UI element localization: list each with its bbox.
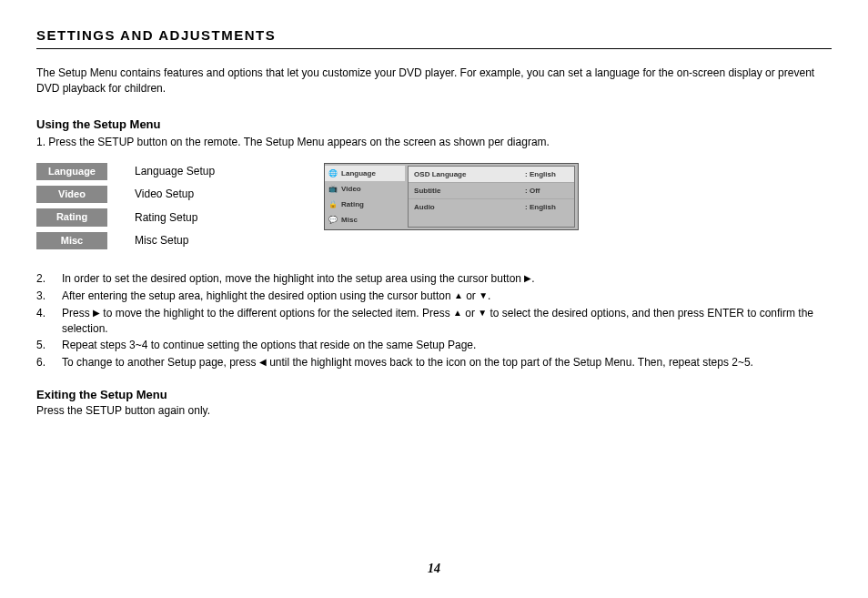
- step-number: 2.: [36, 271, 62, 287]
- step-6: 6. To change to another Setup page, pres…: [36, 355, 832, 370]
- exit-subheading: Exiting the Setup Menu: [36, 387, 832, 403]
- setup-menu-diagram: 🌐 Language 📺 Video 🔒 Rating 💬 Misc OSD L…: [324, 163, 579, 231]
- step-number: 3.: [36, 289, 62, 304]
- step-5: 5. Repeat steps 3~4 to continue setting …: [36, 338, 832, 353]
- step-4: 4. Press ▶ to move the highlight to the …: [36, 306, 832, 337]
- exit-text: Press the SETUP button again only.: [36, 403, 832, 419]
- step-number: 5.: [36, 338, 62, 353]
- diagram-option-row: Audio : English: [409, 199, 574, 215]
- pill-language: Language: [36, 163, 107, 180]
- diagram-row-label: Language: [341, 168, 376, 178]
- pill-desc: Video Setup: [135, 187, 194, 202]
- down-triangle-icon: ▼: [479, 290, 488, 300]
- page-number: 14: [0, 560, 868, 578]
- pill-misc: Misc: [36, 232, 107, 249]
- down-triangle-icon: ▼: [478, 308, 487, 318]
- option-key: Subtitle: [414, 186, 440, 196]
- steps-list: 2. In order to set the desired option, m…: [36, 271, 832, 370]
- intro-text: The Setup Menu contains features and opt…: [36, 66, 832, 96]
- using-subheading: Using the Setup Menu: [36, 117, 832, 133]
- globe-icon: 🌐: [328, 168, 338, 177]
- option-key: Audio: [414, 202, 435, 212]
- tv-icon: 📺: [328, 184, 338, 193]
- step-text: To change to another Setup page, press ◀…: [62, 355, 832, 370]
- diagram-row-label: Rating: [341, 199, 364, 209]
- diagram-option-row: Subtitle : Off: [409, 183, 574, 199]
- step-text: After entering the setup area, highlight…: [62, 289, 832, 304]
- diagram-row-rating: 🔒 Rating: [325, 197, 405, 212]
- step-3: 3. After entering the setup area, highli…: [36, 289, 832, 304]
- pill-rating: Rating: [36, 208, 107, 226]
- diagram-left-pane: 🌐 Language 📺 Video 🔒 Rating 💬 Misc: [325, 164, 405, 230]
- pill-desc: Language Setup: [135, 164, 215, 179]
- diagram-row-label: Misc: [341, 215, 358, 225]
- left-triangle-icon: ◀: [259, 357, 267, 367]
- diagram-row-language: 🌐 Language: [325, 166, 405, 181]
- step-1: 1. Press the SETUP button on the remote.…: [36, 135, 832, 150]
- labels-table: Language Language Setup Video Video Setu…: [36, 163, 215, 256]
- step-2: 2. In order to set the desired option, m…: [36, 271, 832, 287]
- option-value: : English: [525, 169, 569, 179]
- step-number: 6.: [36, 355, 62, 370]
- option-value: : English: [525, 202, 569, 212]
- pill-desc: Misc Setup: [135, 233, 188, 248]
- lock-icon: 🔒: [328, 200, 338, 209]
- page-title: SETTINGS AND ADJUSTMENTS: [36, 25, 832, 49]
- up-triangle-icon: ▲: [453, 308, 462, 318]
- option-value: : Off: [525, 186, 569, 196]
- up-triangle-icon: ▲: [454, 290, 463, 300]
- right-triangle-icon: ▶: [93, 308, 100, 318]
- chat-icon: 💬: [328, 216, 338, 225]
- step-text: Press ▶ to move the highlight to the dif…: [62, 306, 832, 337]
- step-text: In order to set the desired option, move…: [62, 271, 832, 287]
- step-number: 4.: [36, 306, 62, 337]
- pill-video: Video: [36, 186, 107, 203]
- diagram-option-row: OSD Language : English: [409, 167, 574, 183]
- diagram-row-misc: 💬 Misc: [325, 212, 405, 228]
- option-key: OSD Language: [414, 169, 466, 179]
- diagram-right-pane: OSD Language : English Subtitle : Off Au…: [408, 166, 575, 228]
- step-text: Repeat steps 3~4 to continue setting the…: [62, 338, 832, 353]
- pill-desc: Rating Setup: [135, 210, 197, 226]
- diagram-row-label: Video: [341, 184, 361, 194]
- diagram-row-video: 📺 Video: [325, 181, 405, 197]
